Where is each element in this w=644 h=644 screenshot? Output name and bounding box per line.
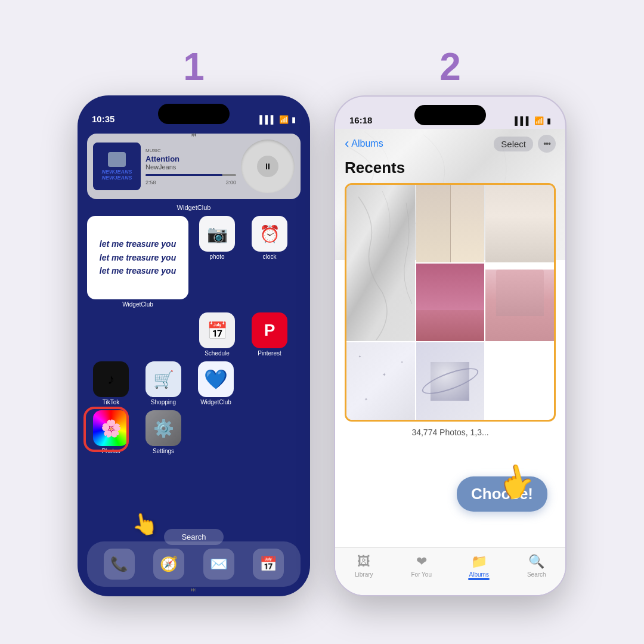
tab-bar-2: 🖼 Library ❤ For You 📁 Albums 🔍 Sea [335,547,565,595]
photo-count: 34,774 Photos, 1,3... [335,422,565,443]
song-artist: NewJeans [145,163,236,171]
ipod-wheel[interactable]: ⏮ ⏸ ⏭ [241,140,295,193]
tab-search[interactable]: 🔍 Search [519,554,555,578]
photo-chairs [485,185,554,262]
music-label: MUSIC [145,148,236,153]
dynamic-island-1 [158,104,230,124]
music-widget[interactable]: NEWJEANSNEWJEANS MUSIC Attention NewJean… [87,134,301,199]
wifi-icon-1: 📶 [279,115,289,124]
step-1: 1 10:35 ▌▌▌ 📶 ▮ [78,48,310,596]
app-row-1: let me treasure youlet me treasure youle… [87,216,301,308]
clock-icon: ⏰ [252,216,287,252]
more-button[interactable]: ••• [538,135,556,153]
photo-marble-tall [346,185,415,341]
library-label: Library [355,571,373,578]
dock-phone[interactable]: 📞 [104,549,135,580]
treasure-widget-inner: let me treasure youlet me treasure youle… [87,216,188,299]
nav-actions: Select ••• [494,135,556,153]
phone-1: 10:35 ▌▌▌ 📶 ▮ NEWJEANSNEWJEANS [78,95,310,596]
photo-space: ✦ ✦ ✦ ✦ [346,342,415,420]
widgetclub-heart-app[interactable]: 💙 WidgetClub [192,361,240,405]
tab-albums[interactable]: 📁 Albums [461,554,497,578]
recents-title: Recents [335,159,565,183]
battery-icon-1: ▮ [292,115,296,124]
tab-active-indicator [468,578,490,580]
clock-label: clock [263,253,277,260]
music-info: MUSIC Attention NewJeans 2:58 3:00 [145,148,236,185]
phone-2: 16:18 ▌▌▌ 📶 ▮ [334,95,566,596]
photo-icon: 📷 [199,216,235,252]
step-2-number: 2 [439,48,461,86]
pinterest-label: Pinterest [258,350,281,357]
hand-cursor-1: 👆 [129,509,160,538]
photo-curtains [416,185,485,262]
dock-compass[interactable]: 🧭 [153,549,184,580]
app-row-2: 📅 Schedule P Pinterest [193,312,301,357]
tab-library[interactable]: 🖼 Library [346,554,382,578]
photo-pink-sky [416,264,485,341]
photo-grid[interactable]: ✦ ✦ ✦ ✦ [345,183,556,422]
for-you-icon: ❤ [416,554,427,569]
nav-albums-title: Albums [351,138,383,149]
ellipsis-icon: ••• [543,139,550,148]
settings-label: Settings [153,448,174,454]
widgetclub-heart-label: WidgetClub [200,399,231,405]
dock-mail[interactable]: ✉️ [203,549,234,580]
phone2-content: ‹ Albums Select ••• Recents [335,129,565,595]
photo-grid-inner: ✦ ✦ ✦ ✦ [346,185,554,420]
photo-app[interactable]: 📷 photo [193,216,241,308]
signal-icon-2: ▌▌▌ [515,116,531,125]
shopping-app[interactable]: 🛒 Shopping [140,361,187,405]
photo-building [485,264,554,341]
dock: 📞 🧭 ✉️ 📅 [87,541,301,587]
wifi-icon-2: 📶 [534,116,544,125]
search-label: Search [527,571,546,578]
for-you-label: For You [411,571,432,578]
chevron-left-icon: ‹ [345,136,349,151]
app-row-3: ♪ TikTok 🛒 Shopping 💙 WidgetClub [87,361,301,405]
music-time: 2:58 3:00 [145,179,236,185]
search-tab-icon: 🔍 [528,554,544,569]
heart-icon: 💙 [198,361,234,397]
pinterest-app[interactable]: P Pinterest [246,312,293,357]
song-title: Attention [145,154,236,163]
time-2: 16:18 [349,115,372,125]
photos-label: Photos [101,448,120,454]
tiktok-icon: ♪ [93,361,129,397]
settings-app[interactable]: ⚙️ Settings [140,410,187,454]
albums-label: Albums [469,571,489,578]
pinterest-icon: P [252,312,287,348]
time-1: 10:35 [92,114,114,124]
dock-calendar[interactable]: 📅 [253,549,284,580]
tiktok-app[interactable]: ♪ TikTok [87,361,135,405]
shopping-label: Shopping [151,399,176,405]
app-row-4: 🌸 Photos ⚙️ Settings [87,410,301,454]
schedule-icon: 📅 [199,312,235,348]
signal-icon-1: ▌▌▌ [259,115,276,124]
step-2: 2 16:18 ▌▌▌ 📶 ▮ [334,48,566,596]
main-container: 1 10:35 ▌▌▌ 📶 ▮ [0,0,644,644]
treasure-widget[interactable]: let me treasure youlet me treasure youle… [87,216,188,308]
schedule-label: Schedule [205,350,230,357]
shopping-icon: 🛒 [145,361,181,397]
status-icons-2: ▌▌▌ 📶 ▮ [515,116,551,125]
photos-app[interactable]: 🌸 Photos [87,410,135,454]
dynamic-island-2 [414,105,486,125]
schedule-app[interactable]: 📅 Schedule [193,312,241,357]
treasure-text: let me treasure youlet me treasure youle… [100,237,176,277]
photo-planet [416,342,485,420]
back-button[interactable]: ‹ Albums [345,136,383,151]
battery-icon-2: ▮ [547,116,551,125]
widgetclub-label-1: WidgetClub [87,204,301,211]
step-1-number: 1 [183,48,205,86]
library-icon: 🖼 [357,554,370,569]
ipod-center: ⏸ [257,156,278,177]
select-button[interactable]: Select [494,137,533,151]
clock-app[interactable]: ⏰ clock [246,216,293,308]
albums-icon: 📁 [471,554,487,569]
photos-icon: 🌸 [93,410,129,446]
tab-for-you[interactable]: ❤ For You [404,554,439,578]
album-art: NEWJEANSNEWJEANS [93,143,141,190]
widgetclub-label-wide: WidgetClub [122,301,153,308]
nav-bar-2: ‹ Albums Select ••• [335,129,565,159]
